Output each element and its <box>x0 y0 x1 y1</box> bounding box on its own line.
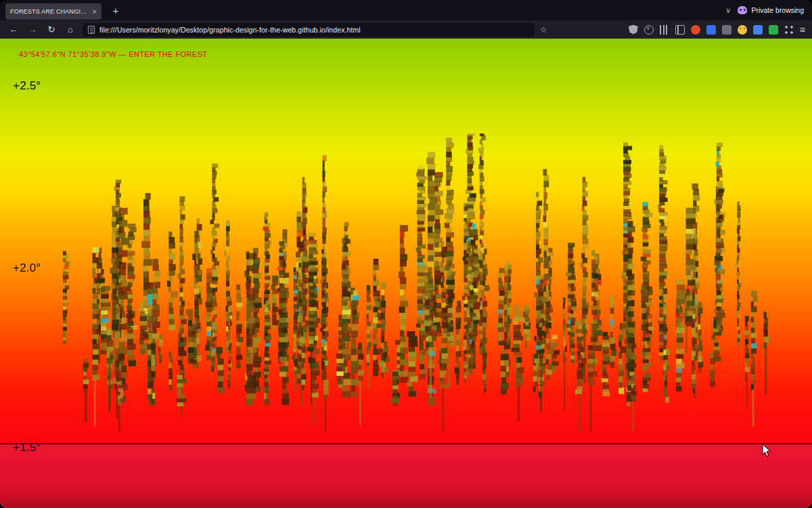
private-browsing-badge: Private browsing <box>738 6 807 14</box>
temp-label-1-5: +1.5° <box>13 441 41 454</box>
forward-button[interactable]: → <box>26 23 39 37</box>
tab-title: FORESTS ARE CHANGING <box>10 8 88 15</box>
navigation-bar: ← → ↻ ⌂ file:///Users/moritzlonyay/Deskt… <box>0 20 812 39</box>
url-text[interactable]: file:///Users/moritzlonyay/Desktop/graph… <box>99 26 361 34</box>
page-content: 43°54'57.6"N 71°35'38.9"W — ENTER THE FO… <box>0 39 812 508</box>
page-doc-icon <box>88 26 95 34</box>
apps-grid-icon[interactable] <box>784 25 794 35</box>
menu-icon[interactable]: ≡ <box>800 24 805 35</box>
sidebar-icon[interactable] <box>675 25 685 35</box>
library-icon[interactable] <box>660 25 669 35</box>
bottom-red-band <box>0 444 812 508</box>
private-mask-icon <box>738 6 747 14</box>
tab-bar: FORESTS ARE CHANGING × + ∨ Private brows… <box>0 0 812 20</box>
coordinates-text: 43°54'57.6"N 71°35'38.9"W — <box>19 50 127 58</box>
private-browsing-label: Private browsing <box>751 6 804 14</box>
mouse-cursor <box>762 444 771 457</box>
translate-icon[interactable] <box>753 25 763 35</box>
extension-blue-icon[interactable] <box>706 25 716 35</box>
temp-label-2-0: +2.0° <box>13 261 41 275</box>
toolbar-icons: ≡ <box>629 24 805 35</box>
extension-red-icon[interactable] <box>691 25 700 35</box>
account-icon[interactable] <box>738 25 747 35</box>
extension-gray-icon[interactable] <box>722 25 731 35</box>
enter-the-forest-link[interactable]: ENTER THE FOREST <box>129 50 207 58</box>
tab-close-icon[interactable]: × <box>92 7 97 16</box>
url-bar[interactable]: file:///Users/moritzlonyay/Desktop/graph… <box>83 23 535 37</box>
coordinates-heading: 43°54'57.6"N 71°35'38.9"W — ENTER THE FO… <box>19 50 208 58</box>
extension-green-icon[interactable] <box>769 25 778 35</box>
bookmark-star-icon[interactable]: ☆ <box>540 25 547 35</box>
list-all-tabs-icon[interactable]: ∨ <box>725 6 731 15</box>
new-tab-button[interactable]: + <box>108 5 123 16</box>
home-button[interactable]: ⌂ <box>64 23 77 37</box>
temp-label-2-5: +2.5° <box>13 79 41 93</box>
back-button[interactable]: ← <box>7 23 20 37</box>
temperature-gradient <box>0 39 812 444</box>
shield-icon[interactable] <box>629 25 638 35</box>
browser-window: FORESTS ARE CHANGING × + ∨ Private brows… <box>0 0 812 508</box>
reload-button[interactable]: ↻ <box>45 23 58 37</box>
tab-forests-are-changing[interactable]: FORESTS ARE CHANGING × <box>5 3 102 20</box>
pocket-icon[interactable] <box>644 25 654 35</box>
